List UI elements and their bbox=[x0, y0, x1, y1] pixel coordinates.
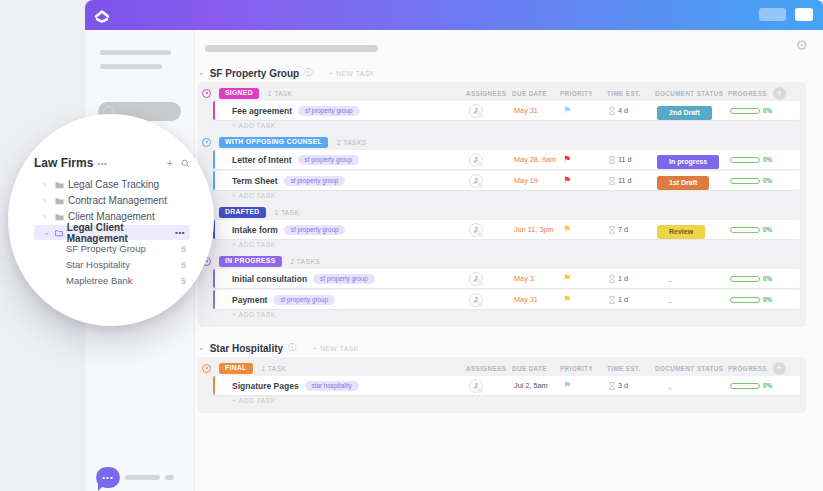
gear-icon[interactable]: ⚙ bbox=[795, 38, 808, 52]
info-icon[interactable]: ⓘ bbox=[304, 69, 312, 77]
column-header-progress[interactable]: PROGRESS bbox=[728, 90, 773, 97]
help-chat-button[interactable]: ••• bbox=[96, 467, 120, 488]
new-task-button[interactable]: + NEW TASK bbox=[313, 345, 359, 352]
column-header-assignees[interactable]: ASSIGNEES bbox=[466, 90, 512, 97]
due-date[interactable]: Jun 11, 3pm bbox=[514, 225, 562, 234]
task-name[interactable]: Intake form bbox=[232, 225, 278, 235]
document-status-badge[interactable]: 2nd Draft bbox=[657, 106, 712, 120]
column-header-priority[interactable]: PRIORITY bbox=[560, 90, 607, 97]
status-circle-icon[interactable] bbox=[202, 364, 211, 373]
task-row[interactable]: Payment sf property group May 31 ⚑ bbox=[213, 290, 800, 309]
priority-flag-icon[interactable]: ⚑ bbox=[563, 273, 571, 283]
column-header-due-date[interactable]: DUE DATE bbox=[512, 90, 560, 97]
task-tag[interactable]: star hospitality bbox=[305, 381, 359, 391]
sidebar-item-star-hospitality[interactable]: Star Hospitality 6 bbox=[34, 257, 190, 272]
status-badge[interactable]: FINAL bbox=[219, 363, 253, 375]
assignee-avatar-icon[interactable] bbox=[469, 272, 483, 286]
assignee-avatar-icon[interactable] bbox=[469, 174, 483, 188]
column-header-due-date[interactable]: DUE DATE bbox=[512, 365, 560, 372]
search-icon[interactable] bbox=[181, 159, 190, 168]
chevron-down-icon[interactable]: ⌄ bbox=[198, 344, 205, 352]
priority-flag-icon[interactable]: ⚑ bbox=[563, 154, 571, 164]
document-status-badge[interactable]: 1st Draft bbox=[657, 176, 709, 190]
task-tag[interactable]: sf property group bbox=[284, 225, 346, 235]
group-name[interactable]: SF Property Group bbox=[210, 68, 299, 79]
priority-flag-icon[interactable]: ⚑ bbox=[563, 224, 571, 234]
task-tag[interactable]: sf property group bbox=[284, 176, 346, 186]
sidebar-item-legal-client-management[interactable]: ⌄ Legal Client Management ••• bbox=[34, 225, 190, 240]
add-column-button[interactable]: + bbox=[773, 87, 786, 100]
task-row[interactable]: Fee agreement sf property group May 31 ⚑ bbox=[213, 101, 800, 120]
time-estimate[interactable]: 4 d bbox=[609, 106, 657, 115]
new-task-button[interactable]: + NEW TASK bbox=[329, 70, 375, 77]
task-row[interactable]: Signature Pages star hospitality Jul 2, … bbox=[213, 376, 800, 395]
task-row[interactable]: Initial consultation sf property group M… bbox=[213, 269, 800, 288]
group-name[interactable]: Star Hospitality bbox=[210, 343, 283, 354]
time-estimate[interactable]: 1 d bbox=[609, 274, 657, 283]
status-circle-icon[interactable] bbox=[202, 89, 211, 98]
priority-flag-icon[interactable]: ⚑ bbox=[563, 105, 571, 115]
status-circle-icon[interactable] bbox=[202, 138, 211, 147]
priority-flag-icon[interactable]: ⚑ bbox=[563, 175, 571, 185]
status-badge[interactable]: DRAFTED bbox=[219, 207, 266, 219]
time-estimate[interactable]: 3 d bbox=[609, 381, 657, 390]
task-tag[interactable]: sf property group bbox=[298, 106, 360, 116]
document-status-badge[interactable]: - bbox=[657, 274, 683, 288]
task-tag[interactable]: sf property group bbox=[273, 295, 335, 305]
topbar-avatar[interactable] bbox=[795, 8, 813, 21]
column-header-priority[interactable]: PRIORITY bbox=[560, 365, 607, 372]
status-badge[interactable]: WITH OPPOSING COUNSEL bbox=[219, 137, 328, 149]
task-row[interactable]: Intake form sf property group Jun 11, 3p… bbox=[213, 220, 800, 239]
column-header-time-est[interactable]: TIME EST. bbox=[607, 90, 655, 97]
task-name[interactable]: Initial consultation bbox=[232, 274, 307, 284]
column-header-document-status[interactable]: DOCUMENT STATUS bbox=[655, 365, 728, 372]
due-date[interactable]: May 19 bbox=[514, 176, 562, 185]
task-tag[interactable]: sf property group bbox=[313, 274, 375, 284]
add-task-button[interactable]: + ADD TASK bbox=[232, 241, 806, 250]
column-header-document-status[interactable]: DOCUMENT STATUS bbox=[655, 90, 728, 97]
add-task-button[interactable]: + ADD TASK bbox=[232, 397, 806, 406]
due-date[interactable]: May 28, 9am bbox=[514, 155, 562, 164]
time-estimate[interactable]: 11 d bbox=[609, 176, 657, 185]
column-header-assignees[interactable]: ASSIGNEES bbox=[466, 365, 512, 372]
due-date[interactable]: May 31 bbox=[514, 106, 562, 115]
task-name[interactable]: Payment bbox=[232, 295, 267, 305]
document-status-badge[interactable]: In progress bbox=[657, 155, 719, 169]
chevron-down-icon[interactable]: ⌄ bbox=[198, 69, 205, 77]
task-row[interactable]: Term Sheet sf property group May 19 ⚑ bbox=[213, 171, 800, 190]
assignee-avatar-icon[interactable] bbox=[469, 379, 483, 393]
task-name[interactable]: Fee agreement bbox=[232, 106, 292, 116]
document-status-badge[interactable]: - bbox=[657, 381, 683, 395]
info-icon[interactable]: ⓘ bbox=[288, 344, 296, 352]
sidebar-item-legal-case-tracking[interactable]: › Legal Case Tracking bbox=[34, 177, 190, 192]
document-status-badge[interactable]: - bbox=[657, 295, 683, 309]
ellipsis-menu-icon[interactable]: ••• bbox=[97, 159, 107, 168]
due-date[interactable]: May 3 bbox=[514, 274, 562, 283]
task-row[interactable]: Letter of Intent sf property group May 2… bbox=[213, 150, 800, 169]
document-status-badge[interactable]: Review bbox=[657, 225, 705, 239]
status-badge[interactable]: SIGNED bbox=[219, 88, 259, 100]
add-icon[interactable]: + bbox=[167, 158, 173, 169]
time-estimate[interactable]: 1 d bbox=[609, 295, 657, 304]
task-tag[interactable]: sf property group bbox=[298, 155, 360, 165]
assignee-avatar-icon[interactable] bbox=[469, 153, 483, 167]
add-column-button[interactable]: + bbox=[773, 362, 786, 375]
add-task-button[interactable]: + ADD TASK bbox=[232, 311, 806, 320]
topbar-button[interactable] bbox=[759, 8, 786, 21]
column-header-time-est[interactable]: TIME EST. bbox=[607, 365, 655, 372]
priority-flag-icon[interactable]: ⚑ bbox=[563, 380, 571, 390]
sidebar-item-mapletree-bank[interactable]: Mapletree Bank 5 bbox=[34, 273, 190, 288]
assignee-avatar-icon[interactable] bbox=[469, 104, 483, 118]
priority-flag-icon[interactable]: ⚑ bbox=[563, 294, 571, 304]
assignee-avatar-icon[interactable] bbox=[469, 293, 483, 307]
task-name[interactable]: Signature Pages bbox=[232, 381, 299, 391]
task-name[interactable]: Letter of Intent bbox=[232, 155, 292, 165]
task-name[interactable]: Term Sheet bbox=[232, 176, 278, 186]
add-task-button[interactable]: + ADD TASK bbox=[232, 192, 806, 201]
due-date[interactable]: May 31 bbox=[514, 295, 562, 304]
column-header-progress[interactable]: PROGRESS bbox=[728, 365, 773, 372]
time-estimate[interactable]: 7 d bbox=[609, 225, 657, 234]
space-title[interactable]: Law Firms bbox=[34, 156, 93, 170]
due-date[interactable]: Jul 2, 5am bbox=[514, 381, 562, 390]
sidebar-item-contract-management[interactable]: › Contract Management bbox=[34, 193, 190, 208]
